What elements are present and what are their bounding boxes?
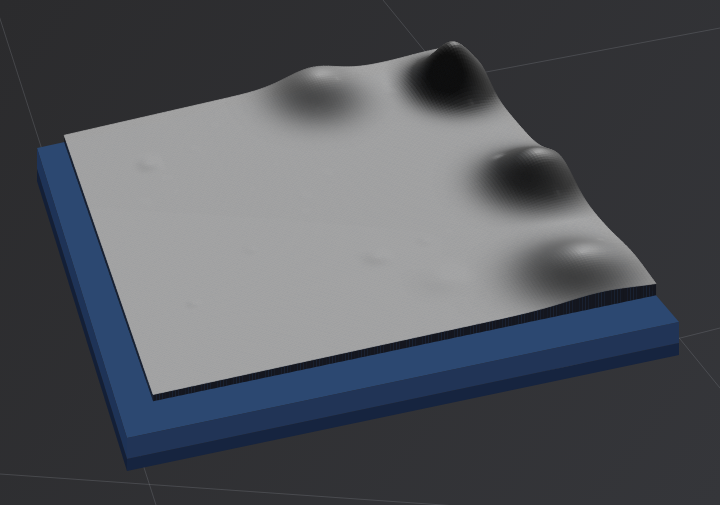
viewport-stage — [0, 0, 720, 505]
terrain-3d-viewport-canvas[interactable] — [0, 0, 720, 505]
